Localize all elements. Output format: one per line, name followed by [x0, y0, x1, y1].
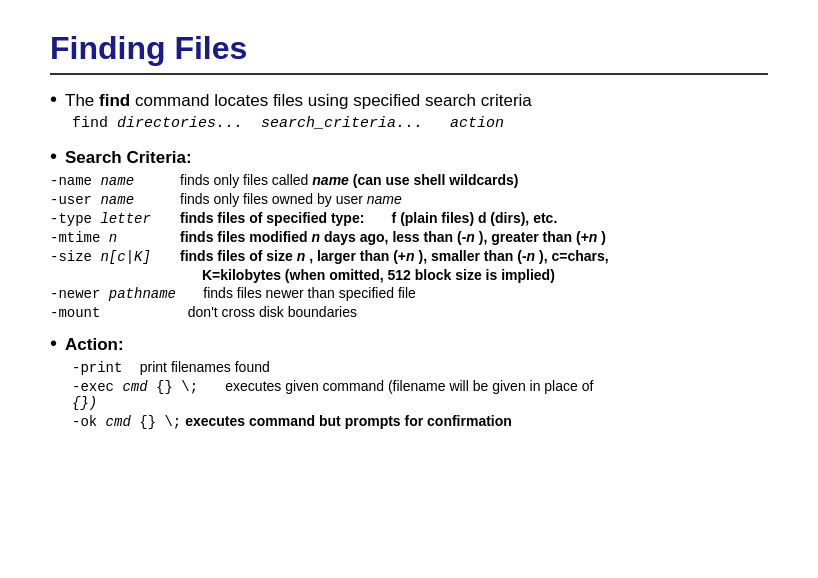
page: Finding Files • The find command locates… [0, 0, 818, 578]
action-ok-row: -ok cmd {} \; executes command but promp… [72, 413, 768, 430]
find-syntax: find directories... search_criteria... a… [72, 115, 768, 132]
find-params: directories... search_criteria... action [117, 115, 504, 132]
section-criteria: • Search Criteria: -name name finds only… [50, 146, 768, 321]
criteria-newer-desc: finds files newer than specified file [180, 285, 768, 301]
criteria-user-desc: finds only files owned by user name [180, 191, 768, 207]
bullet-2: • [50, 146, 57, 166]
criteria-title: Search Criteria: [65, 148, 192, 168]
criteria-user-row: -user name finds only files owned by use… [50, 191, 768, 208]
criteria-newer-cmd: -newer pathname [50, 286, 180, 302]
bullet-1: • [50, 89, 57, 109]
criteria-mtime-cmd: -mtime n [50, 230, 180, 246]
criteria-type-cmd: -type letter [50, 211, 180, 227]
criteria-mount-row: -mount don't cross disk boundaries [50, 304, 768, 321]
action-ok-desc: executes command but prompts for confirm… [181, 413, 512, 429]
find-heading: • The find command locates files using s… [50, 89, 768, 111]
criteria-type-row: -type letter finds files of specified ty… [50, 210, 768, 227]
page-title: Finding Files [50, 30, 768, 75]
action-exec-row: -exec cmd {} \; executes given command (… [72, 378, 768, 395]
action-heading: • Action: [50, 333, 768, 355]
criteria-heading: • Search Criteria: [50, 146, 768, 168]
criteria-mtime-row: -mtime n finds files modified n days ago… [50, 229, 768, 246]
criteria-size-wrap: K=kilobytes (when omitted, 512 block siz… [202, 267, 768, 283]
action-print-row: -print print filenames found [72, 359, 768, 376]
criteria-user-cmd: -user name [50, 192, 180, 208]
criteria-size-row: -size n[c|K] finds files of size n , lar… [50, 248, 768, 265]
criteria-size-cmd: -size n[c|K] [50, 249, 180, 265]
action-ok-cmd: -ok cmd {} \; [72, 414, 181, 430]
action-print-cmd: -print [72, 360, 132, 376]
section-find: • The find command locates files using s… [50, 89, 768, 132]
criteria-mount-desc: don't cross disk boundaries [180, 304, 768, 320]
criteria-size-desc: finds files of size n , larger than (+n … [180, 248, 768, 264]
find-cmd: find [72, 115, 108, 132]
action-exec-desc: executes given command (filename will be… [198, 378, 593, 394]
find-description: The find command locates files using spe… [65, 91, 532, 111]
criteria-mount-cmd: -mount [50, 305, 180, 321]
action-exec-wrap: {}) [72, 395, 768, 411]
section-action: • Action: -print print filenames found -… [50, 333, 768, 430]
criteria-name-desc: finds only files called name (can use sh… [180, 172, 768, 188]
action-exec-cmd: -exec cmd {} \; [72, 379, 198, 395]
criteria-name-row: -name name finds only files called name … [50, 172, 768, 189]
criteria-type-desc: finds files of specified type: f (plain … [180, 210, 768, 226]
criteria-mtime-desc: finds files modified n days ago, less th… [180, 229, 768, 245]
criteria-newer-row: -newer pathname finds files newer than s… [50, 285, 768, 302]
bullet-3: • [50, 333, 57, 353]
action-print-desc: print filenames found [132, 359, 270, 375]
action-title: Action: [65, 335, 124, 355]
criteria-name-cmd: -name name [50, 173, 180, 189]
